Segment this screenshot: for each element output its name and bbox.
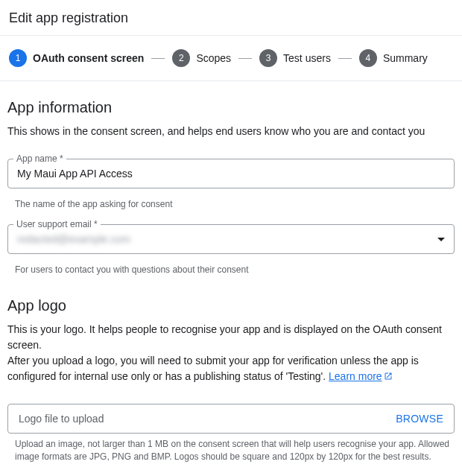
chevron-down-icon <box>437 238 445 241</box>
step-separator <box>151 58 165 59</box>
browse-button[interactable]: BROWSE <box>396 413 443 425</box>
logo-upload-helper: Upload an image, not larger than 1 MB on… <box>7 434 455 463</box>
page-header: Edit app registration <box>0 0 462 36</box>
support-email-label: User support email * <box>13 219 101 229</box>
step-label: Test users <box>283 52 331 64</box>
step-number: 3 <box>259 49 277 67</box>
support-email-value: redacted@example.com <box>17 233 130 245</box>
step-number: 4 <box>359 49 377 67</box>
logo-upload-placeholder: Logo file to upload <box>19 413 104 425</box>
learn-more-text: Learn more <box>329 370 382 382</box>
external-link-icon <box>384 372 393 381</box>
step-summary[interactable]: 4 Summary <box>359 49 428 67</box>
app-logo-description: This is your logo. It helps people to re… <box>7 322 455 384</box>
step-scopes[interactable]: 2 Scopes <box>172 49 231 67</box>
step-separator <box>338 58 352 59</box>
step-test-users[interactable]: 3 Test users <box>259 49 331 67</box>
learn-more-link[interactable]: Learn more <box>329 370 393 382</box>
app-info-description: This shows in the consent screen, and he… <box>7 124 455 139</box>
step-oauth-consent[interactable]: 1 OAuth consent screen <box>9 49 144 67</box>
app-name-field: App name * <box>7 159 455 188</box>
step-separator <box>238 58 252 59</box>
app-name-outline <box>7 159 455 188</box>
app-logo-desc-line1: This is your logo. It helps people to re… <box>7 323 442 351</box>
page-title: Edit app registration <box>9 10 453 26</box>
app-name-helper: The name of the app asking for consent <box>7 194 455 209</box>
step-number: 1 <box>9 49 27 67</box>
step-label: Summary <box>383 52 428 64</box>
logo-upload-box: Logo file to upload BROWSE <box>7 404 455 434</box>
stepper: 1 OAuth consent screen 2 Scopes 3 Test u… <box>0 36 462 81</box>
step-label: OAuth consent screen <box>33 52 144 64</box>
content: App information This shows in the consen… <box>0 81 462 471</box>
app-name-label: App name * <box>13 153 66 164</box>
step-label: Scopes <box>196 52 231 64</box>
app-info-heading: App information <box>7 99 455 116</box>
support-email-field: User support email * redacted@example.co… <box>7 224 455 254</box>
step-number: 2 <box>172 49 190 67</box>
app-logo-heading: App logo <box>7 297 455 314</box>
app-name-input[interactable] <box>17 168 445 180</box>
support-email-helper: For users to contact you with questions … <box>7 260 455 275</box>
